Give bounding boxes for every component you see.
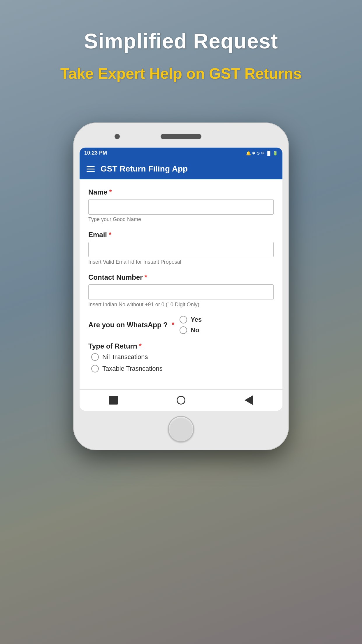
contact-input[interactable]	[88, 284, 274, 300]
whatsapp-no-label: No	[191, 326, 199, 334]
status-time: 10:23 PM	[84, 150, 107, 156]
hero-subtitle: Take Expert Help on GST Returns	[0, 65, 362, 82]
email-label: Email*	[88, 231, 274, 239]
hero-subtitle-highlight: GST Returns	[209, 65, 302, 82]
app-title: GST Return Filing App	[101, 164, 188, 174]
whatsapp-no-option[interactable]: No	[180, 326, 199, 334]
nil-transactions-option[interactable]: Nil Transcations	[91, 353, 274, 361]
hamburger-line-1	[87, 166, 95, 167]
home-button[interactable]	[176, 395, 186, 405]
hamburger-line-2	[87, 169, 95, 169]
hero-title: Simplified Request	[0, 29, 362, 53]
contact-field-group: Contact Number* Insert Indian No without…	[88, 273, 274, 308]
stop-button[interactable]	[108, 395, 119, 405]
email-required-star: *	[109, 231, 111, 239]
whatsapp-no-radio[interactable]	[180, 326, 187, 334]
nil-transactions-label: Nil Transcations	[102, 353, 148, 361]
phone-speaker	[161, 134, 201, 139]
whatsapp-field-group: Are you on WhatsApp ? * Yes No	[88, 316, 274, 334]
whatsapp-yes-radio[interactable]	[180, 316, 187, 323]
back-icon	[245, 396, 253, 405]
home-icon	[177, 396, 185, 405]
status-bar: 10:23 PM 🔔 ✱ ⊙ ✉ ▐▌ 🔋	[80, 148, 282, 158]
return-type-field-group: Type of Return* Nil Transcations Taxable…	[88, 342, 274, 372]
phone-body: 10:23 PM 🔔 ✱ ⊙ ✉ ▐▌ 🔋 GST Return Filing …	[73, 123, 289, 450]
app-header: GST Return Filing App	[80, 158, 282, 179]
whatsapp-yes-label: Yes	[191, 316, 202, 323]
nil-transactions-radio[interactable]	[91, 353, 99, 361]
bottom-nav-bar	[80, 389, 282, 411]
return-type-label: Type of Return*	[88, 342, 274, 350]
taxable-transactions-radio[interactable]	[91, 365, 99, 372]
phone-top-bar	[80, 131, 282, 142]
taxable-transactions-label: Taxable Trasncations	[102, 365, 163, 372]
hamburger-menu-button[interactable]	[87, 166, 95, 172]
email-field-group: Email* Insert Valid Email id for Instant…	[88, 231, 274, 265]
back-button[interactable]	[243, 395, 254, 405]
whatsapp-yes-option[interactable]: Yes	[180, 316, 202, 323]
return-type-options: Nil Transcations Taxable Trasncations	[88, 353, 274, 372]
phone-mockup: 10:23 PM 🔔 ✱ ⊙ ✉ ▐▌ 🔋 GST Return Filing …	[73, 123, 289, 450]
hamburger-line-3	[87, 171, 95, 172]
email-hint: Insert Valid Email id for Instant Propos…	[88, 259, 274, 265]
stop-icon	[109, 396, 118, 405]
contact-required-star: *	[145, 273, 147, 281]
whatsapp-label: Are you on WhatsApp ? * Yes No	[88, 316, 274, 334]
form-area: Name* Type your Good Name Email* Insert …	[80, 179, 282, 389]
contact-hint: Insert Indian No without +91 or 0 (10 Di…	[88, 302, 274, 308]
hero-section: Simplified Request Take Expert Help on G…	[0, 29, 362, 82]
return-type-required-star: *	[139, 342, 142, 350]
name-field-group: Name* Type your Good Name	[88, 188, 274, 223]
phone-screen: 10:23 PM 🔔 ✱ ⊙ ✉ ▐▌ 🔋 GST Return Filing …	[80, 148, 282, 411]
name-label: Name*	[88, 188, 274, 196]
name-required-star: *	[109, 188, 112, 196]
name-input[interactable]	[88, 199, 274, 215]
status-icons: 🔔 ✱ ⊙ ✉ ▐▌ 🔋	[246, 151, 278, 155]
phone-bottom-area	[80, 416, 282, 442]
email-input[interactable]	[88, 242, 274, 257]
contact-label: Contact Number*	[88, 273, 274, 281]
whatsapp-required-star: *	[172, 321, 174, 329]
hero-subtitle-prefix: Take Expert Help on	[60, 65, 209, 82]
name-hint: Type your Good Name	[88, 216, 274, 223]
physical-home-button[interactable]	[168, 416, 194, 442]
taxable-transactions-option[interactable]: Taxable Trasncations	[91, 365, 274, 372]
phone-camera	[115, 134, 120, 139]
